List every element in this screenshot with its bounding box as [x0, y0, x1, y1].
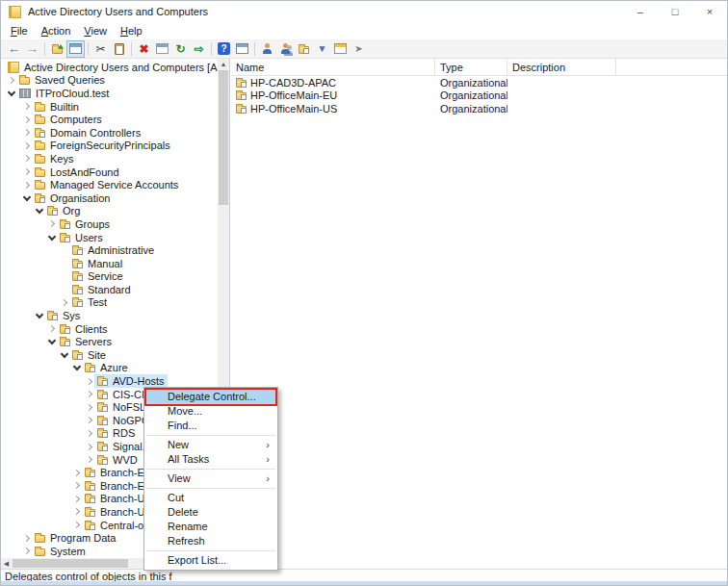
chevron-right-icon[interactable]: [72, 505, 82, 518]
tree-item[interactable]: Active Directory Users and Computers [AD…: [1, 61, 218, 74]
chevron-right-icon[interactable]: [22, 126, 32, 139]
tree-item[interactable]: Groups: [1, 217, 218, 231]
chevron-right-icon[interactable]: [22, 152, 32, 165]
chevron-right-icon[interactable]: [22, 545, 32, 557]
context-menu-item-find[interactable]: Find...: [144, 419, 277, 433]
policy-window-button[interactable]: [331, 40, 350, 58]
chevron-right-icon[interactable]: [22, 140, 32, 152]
help-button[interactable]: [215, 40, 233, 58]
context-menu-item-rename[interactable]: Rename: [144, 520, 277, 534]
menu-file[interactable]: File: [4, 23, 35, 38]
cut-button[interactable]: [91, 40, 110, 58]
table-row[interactable]: HP-OfficeMain-USOrganizational...: [231, 102, 727, 115]
chevron-right-icon[interactable]: [47, 217, 57, 230]
menu-action[interactable]: Action: [35, 23, 78, 38]
chevron-right-icon[interactable]: [85, 375, 94, 388]
chevron-right-icon[interactable]: [85, 401, 94, 414]
chevron-right-icon[interactable]: [85, 441, 94, 453]
tree-item[interactable]: Computers: [1, 113, 218, 126]
tree-item[interactable]: LostAndFound: [1, 166, 218, 179]
back-button[interactable]: [5, 40, 23, 58]
horizontal-scroll-thumb[interactable]: [13, 559, 128, 568]
context-menu-item-delegate-control[interactable]: Delegate Control...: [144, 390, 277, 404]
tree-item[interactable]: AVD-Hosts: [1, 374, 218, 388]
export-list-button[interactable]: [190, 40, 208, 58]
tree-item[interactable]: Managed Service Accounts: [1, 178, 218, 191]
chevron-right-icon[interactable]: [7, 74, 16, 87]
chevron-right-icon[interactable]: [22, 532, 32, 545]
window-list-button[interactable]: [233, 40, 251, 58]
context-menu-item-export-list[interactable]: Export List...: [144, 553, 277, 568]
tree-item[interactable]: Site: [1, 348, 218, 362]
chevron-right-icon[interactable]: [72, 467, 82, 479]
new-ou-button[interactable]: [295, 40, 313, 58]
chevron-right-icon[interactable]: [72, 519, 82, 531]
tree-item[interactable]: Keys: [1, 152, 218, 166]
context-menu-item-new[interactable]: New›: [144, 438, 277, 452]
chevron-right-icon[interactable]: [22, 114, 32, 126]
chevron-right-icon[interactable]: [85, 453, 94, 466]
column-header-name[interactable]: Name: [231, 59, 435, 75]
show-console-tree-button[interactable]: [66, 40, 85, 58]
up-one-level-button[interactable]: [48, 40, 66, 58]
menu-help[interactable]: Help: [114, 23, 149, 38]
chevron-right-icon[interactable]: [72, 479, 82, 492]
context-menu-item-all-tasks[interactable]: All Tasks›: [144, 452, 277, 467]
chevron-right-icon[interactable]: [85, 414, 94, 426]
chevron-right-icon[interactable]: [22, 100, 32, 113]
chevron-right-icon[interactable]: [85, 388, 94, 400]
scroll-left-icon[interactable]: ◀: [1, 558, 12, 569]
tree-item[interactable]: ITProCloud.test: [1, 87, 218, 100]
chevron-right-icon[interactable]: [22, 166, 32, 178]
column-header-type[interactable]: Type: [435, 59, 507, 75]
chevron-right-icon[interactable]: [85, 427, 94, 440]
chevron-down-icon[interactable]: [35, 310, 44, 322]
maximize-button[interactable]: □: [658, 1, 692, 22]
menu-view[interactable]: View: [77, 23, 114, 38]
delete-button[interactable]: [135, 40, 153, 58]
refresh-button[interactable]: [171, 40, 190, 58]
chevron-down-icon[interactable]: [35, 205, 44, 217]
tree-item[interactable]: Administrative: [1, 243, 218, 257]
column-header-description[interactable]: Description: [507, 59, 616, 75]
close-button[interactable]: ×: [692, 1, 727, 22]
tree-item[interactable]: ForeignSecurityPrincipals: [1, 140, 218, 153]
new-user-button[interactable]: [258, 40, 276, 58]
context-menu-item-refresh[interactable]: Refresh: [144, 534, 277, 548]
tree-item[interactable]: Org: [1, 205, 218, 218]
context-menu-item-move[interactable]: Move...: [144, 404, 277, 419]
chevron-down-icon[interactable]: [22, 191, 32, 204]
tree-item[interactable]: Servers: [1, 335, 218, 348]
chevron-right-icon[interactable]: [47, 322, 57, 335]
context-menu-item-cut[interactable]: Cut: [144, 491, 277, 505]
tree-item[interactable]: Azure: [1, 362, 218, 375]
tree-item[interactable]: Test: [1, 296, 218, 310]
table-row[interactable]: HP-OfficeMain-EUOrganizational...: [231, 89, 727, 103]
tree-item[interactable]: Standard: [1, 283, 218, 296]
tree-item[interactable]: Domain Controllers: [1, 126, 218, 140]
context-menu-item-view[interactable]: View›: [144, 471, 277, 486]
forward-button[interactable]: [23, 40, 41, 58]
chevron-down-icon[interactable]: [60, 348, 69, 361]
chevron-down-icon[interactable]: [72, 362, 82, 374]
tree-item[interactable]: Manual: [1, 257, 218, 270]
tree-item[interactable]: Users: [1, 231, 218, 244]
properties-button[interactable]: [153, 40, 171, 58]
tree-item[interactable]: Organisation: [1, 191, 218, 205]
tree-item[interactable]: Service: [1, 270, 218, 284]
tree-item[interactable]: Builtin: [1, 100, 218, 114]
chevron-down-icon[interactable]: [47, 336, 57, 348]
chevron-right-icon[interactable]: [60, 296, 69, 309]
paste-button[interactable]: [110, 40, 128, 58]
chevron-down-icon[interactable]: [47, 231, 57, 243]
chevron-right-icon[interactable]: [72, 493, 82, 505]
vertical-scroll-thumb[interactable]: [219, 70, 228, 205]
chevron-right-icon[interactable]: [22, 179, 32, 191]
filter-button[interactable]: [313, 40, 331, 58]
table-row[interactable]: HP-CAD3D-APACOrganizational...: [231, 76, 727, 89]
context-menu-item-delete[interactable]: Delete: [144, 505, 277, 520]
select-target-button[interactable]: [350, 40, 368, 58]
tree-item[interactable]: Sys: [1, 309, 218, 322]
tree-item[interactable]: Saved Queries: [1, 74, 218, 88]
scroll-up-icon[interactable]: ▲: [218, 59, 229, 69]
